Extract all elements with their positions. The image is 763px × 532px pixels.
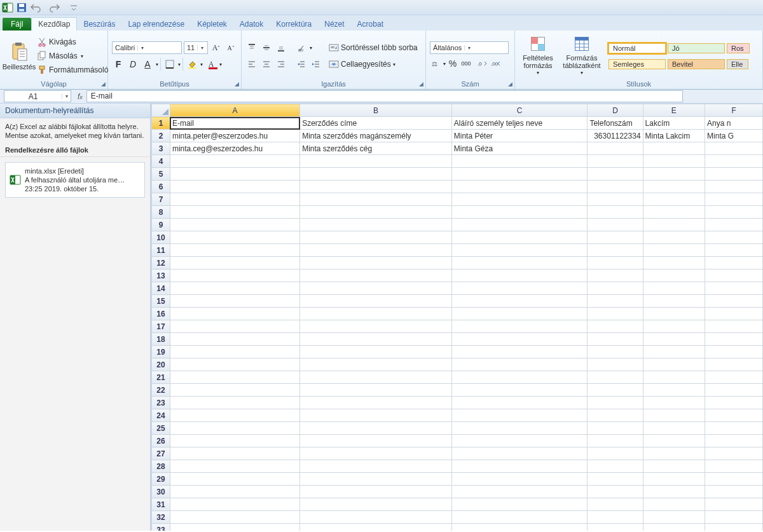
row-header[interactable]: 13 <box>152 269 170 282</box>
column-header[interactable]: D <box>588 104 643 117</box>
cell[interactable] <box>705 320 763 333</box>
cell[interactable] <box>643 244 705 257</box>
cell[interactable] <box>643 511 705 524</box>
paste-button[interactable]: Beillesztés <box>4 35 34 77</box>
cell[interactable] <box>300 295 452 308</box>
cell[interactable] <box>451 358 588 371</box>
cell[interactable] <box>705 168 763 181</box>
cell[interactable] <box>588 346 643 358</box>
cell[interactable] <box>170 181 299 193</box>
cell[interactable] <box>451 422 588 435</box>
cell[interactable] <box>643 269 705 282</box>
column-header[interactable]: A <box>170 104 299 117</box>
cell[interactable] <box>643 358 705 371</box>
cell[interactable]: E-mail <box>170 117 299 130</box>
cell[interactable] <box>170 257 299 269</box>
cell[interactable] <box>300 206 452 219</box>
row-header[interactable]: 8 <box>152 206 170 219</box>
cell[interactable] <box>705 308 763 320</box>
cell[interactable] <box>451 308 588 320</box>
cell[interactable] <box>451 244 588 257</box>
select-all-corner[interactable] <box>152 104 170 117</box>
cell[interactable] <box>451 219 588 231</box>
row-header[interactable]: 11 <box>152 244 170 257</box>
row-header[interactable]: 4 <box>152 155 170 168</box>
cell[interactable] <box>451 231 588 244</box>
cell[interactable] <box>588 447 643 460</box>
cell[interactable] <box>643 447 705 460</box>
cell[interactable] <box>643 460 705 473</box>
comma-icon[interactable]: 000 <box>460 57 472 70</box>
cell[interactable] <box>300 333 452 346</box>
cell[interactable] <box>588 155 643 168</box>
cell[interactable] <box>300 346 452 358</box>
cell[interactable] <box>588 257 643 269</box>
cell[interactable] <box>300 409 452 422</box>
recovery-file-item[interactable]: minta.xlsx [Eredeti] A felhasználó által… <box>5 162 145 198</box>
decrease-indent-icon[interactable] <box>295 58 308 71</box>
cell[interactable] <box>300 320 452 333</box>
cell[interactable] <box>451 486 588 498</box>
cell[interactable] <box>588 269 643 282</box>
spreadsheet-grid[interactable]: ABCDEF 1E-mailSzerződés címeAláíró szemé… <box>151 104 763 531</box>
cut-button[interactable]: Kivágás <box>37 35 108 49</box>
row-header[interactable]: 31 <box>152 498 170 511</box>
cell[interactable] <box>170 206 299 219</box>
cell[interactable] <box>588 371 643 384</box>
fill-color-icon[interactable] <box>186 58 198 71</box>
cell[interactable] <box>300 193 452 206</box>
row-header[interactable]: 2 <box>152 130 170 142</box>
row-header[interactable]: 32 <box>152 511 170 524</box>
row-header[interactable]: 30 <box>152 486 170 498</box>
tab-file[interactable]: Fájl <box>3 18 31 31</box>
row-header[interactable]: 5 <box>152 168 170 181</box>
undo-icon[interactable] <box>30 2 41 13</box>
cell[interactable] <box>588 460 643 473</box>
cell[interactable] <box>705 142 763 155</box>
cell[interactable] <box>705 193 763 206</box>
cell[interactable] <box>170 511 299 524</box>
cell[interactable] <box>170 384 299 397</box>
row-header[interactable]: 6 <box>152 181 170 193</box>
cell[interactable] <box>588 206 643 219</box>
row-header[interactable]: 18 <box>152 333 170 346</box>
cell[interactable] <box>588 282 643 295</box>
cell[interactable] <box>705 231 763 244</box>
cell[interactable] <box>705 244 763 257</box>
row-header[interactable]: 27 <box>152 447 170 460</box>
style-check[interactable]: Elle <box>727 59 748 69</box>
cell[interactable] <box>705 447 763 460</box>
cell[interactable] <box>300 269 452 282</box>
cell[interactable] <box>643 193 705 206</box>
cell[interactable] <box>588 333 643 346</box>
cell[interactable] <box>451 193 588 206</box>
cell[interactable] <box>705 269 763 282</box>
cell[interactable] <box>170 295 299 308</box>
save-icon[interactable] <box>16 2 27 13</box>
cell[interactable] <box>588 384 643 397</box>
cell[interactable] <box>588 219 643 231</box>
cell[interactable] <box>451 168 588 181</box>
cell[interactable] <box>705 498 763 511</box>
cell[interactable] <box>170 435 299 447</box>
cell[interactable] <box>300 308 452 320</box>
row-header[interactable]: 26 <box>152 435 170 447</box>
cell[interactable] <box>588 435 643 447</box>
cell[interactable] <box>643 371 705 384</box>
cell[interactable] <box>643 257 705 269</box>
style-bad[interactable]: Ros <box>727 43 750 53</box>
column-header[interactable]: B <box>300 104 452 117</box>
cell[interactable] <box>705 282 763 295</box>
row-header[interactable]: 33 <box>152 524 170 531</box>
cell[interactable] <box>643 295 705 308</box>
cell[interactable] <box>643 168 705 181</box>
style-neutral[interactable]: Semleges <box>608 59 666 69</box>
cell[interactable] <box>705 155 763 168</box>
bold-icon[interactable]: F <box>112 58 125 71</box>
number-format-combo[interactable]: Általános▾ <box>430 41 509 54</box>
cell[interactable] <box>170 231 299 244</box>
cell[interactable] <box>451 269 588 282</box>
cell[interactable] <box>451 397 588 409</box>
cell[interactable] <box>705 371 763 384</box>
cell[interactable] <box>705 422 763 435</box>
